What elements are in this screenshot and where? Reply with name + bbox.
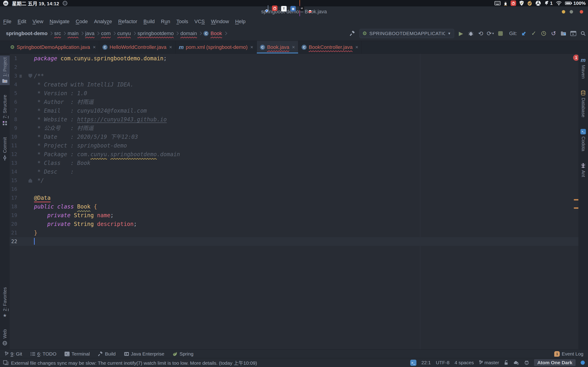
code-line[interactable]: 13 * Class : Book xyxy=(10,159,578,167)
sidebar-item-7-structure[interactable]: 7: Structure xyxy=(0,93,10,127)
code-line[interactable]: 9 * 公众号 : 村雨遥 xyxy=(10,124,578,133)
menu-item-analyze[interactable]: Analyze xyxy=(94,19,112,25)
coverage-button[interactable]: ⟳▼ xyxy=(488,31,493,36)
warning-stripe-mark[interactable] xyxy=(574,199,578,200)
toolwindow-button-6-todo[interactable]: 6: TODO xyxy=(30,351,56,357)
rollback-icon[interactable]: ↺ xyxy=(551,31,556,36)
close-icon[interactable]: × xyxy=(292,44,295,50)
system-clock[interactable]: 星期二 五月 19, 14:12 xyxy=(12,0,59,7)
sidebar-item-1-project[interactable]: 1: Project xyxy=(0,56,10,85)
error-count-badge[interactable]: 1 xyxy=(573,55,578,61)
run-configuration-select[interactable]: ⚙ SPRINGBOOTDEMOAPPLICATION ▼ xyxy=(359,29,454,38)
code-area[interactable]: 1package com.cunyu.springbootdemo.domain… xyxy=(10,54,578,246)
toolwindow-button-terminal[interactable]: >_Terminal xyxy=(65,351,90,357)
code-line[interactable]: 8 * Website : https://cunyu1943.github.i… xyxy=(10,115,578,124)
breadcrumb-item-com[interactable]: com xyxy=(101,31,111,36)
code-line[interactable]: 3≣/** xyxy=(10,72,578,80)
code-line[interactable]: 2 xyxy=(10,63,578,72)
input-method-icon[interactable] xyxy=(63,1,67,6)
code-line[interactable]: 17@Data xyxy=(10,194,578,202)
tray-item[interactable] xyxy=(504,1,507,6)
event-log-button[interactable]: 1 Event Log xyxy=(554,351,583,357)
menu-item-view[interactable]: View xyxy=(32,19,43,25)
sidebar-item-database[interactable]: Database xyxy=(578,88,588,119)
menu-item-refactor[interactable]: Refactor xyxy=(118,19,137,25)
code-line[interactable]: 15 */ xyxy=(10,176,578,185)
sidebar-item-maven[interactable]: mMaven xyxy=(578,56,588,81)
code-line[interactable]: 10 * Date : 2020/5/19 下午12:03 xyxy=(10,133,578,141)
unlock-icon[interactable] xyxy=(504,360,508,365)
taskbar-item[interactable]: IJ xyxy=(300,0,304,16)
code-line[interactable]: 11 * Project : springboot-demo xyxy=(10,141,578,150)
taskbar-item[interactable] xyxy=(272,6,277,11)
maximize-button[interactable] xyxy=(570,10,573,14)
indent-setting[interactable]: 4 spaces xyxy=(455,360,474,365)
close-icon[interactable]: × xyxy=(355,44,358,50)
toolwindow-button-spring[interactable]: Spring xyxy=(173,351,193,357)
taskbar-item[interactable]: T xyxy=(281,5,287,11)
menu-item-window[interactable]: Window xyxy=(211,19,229,25)
git-branch-widget[interactable]: master xyxy=(479,360,499,365)
sidebar-item-ant[interactable]: Ant xyxy=(578,161,588,179)
tray-item[interactable] xyxy=(510,0,516,6)
update-project-icon[interactable] xyxy=(521,31,527,36)
tray-item[interactable] xyxy=(565,1,572,5)
debug-button[interactable] xyxy=(468,31,474,36)
menu-item-tools[interactable]: Tools xyxy=(176,19,188,25)
sidebar-item-commit[interactable]: Commit xyxy=(0,135,10,162)
menu-item-code[interactable]: Code xyxy=(76,19,88,25)
code-line[interactable]: 21} xyxy=(10,228,578,237)
warning-stripe-mark[interactable] xyxy=(574,207,578,209)
file-encoding[interactable]: UTF-8 xyxy=(436,360,450,365)
tab-helloworldcontroller-java[interactable]: CHelloWorldController.java× xyxy=(99,41,176,53)
caret-position[interactable]: 22:1 xyxy=(422,360,431,365)
sidebar-item-codota[interactable]: >_Codota xyxy=(578,127,588,153)
menu-item-build[interactable]: Build xyxy=(144,19,155,25)
menu-item-run[interactable]: Run xyxy=(161,19,170,25)
commit-check-icon[interactable]: ✓ xyxy=(531,31,537,36)
menu-item-vcs[interactable]: VCS xyxy=(194,19,205,25)
code-line[interactable]: 7 * Email : cunyu1024@foxmail.com xyxy=(10,106,578,115)
run-button[interactable]: ▶ xyxy=(458,31,464,36)
code-line[interactable]: 4 * Created with IntelliJ IDEA. xyxy=(10,80,578,89)
close-icon[interactable]: × xyxy=(250,44,253,50)
code-line[interactable]: 14 * Desc : xyxy=(10,167,578,176)
breadcrumb-item-springboot-demo[interactable]: springboot-demo xyxy=(6,31,48,36)
editor[interactable]: 1package com.cunyu.springbootdemo.domain… xyxy=(10,54,578,349)
panel-run-icon[interactable] xyxy=(570,31,576,36)
breadcrumb-item-main[interactable]: main xyxy=(68,31,78,36)
close-button[interactable] xyxy=(580,10,583,14)
tab-bookcontroller-java[interactable]: CBookController.java× xyxy=(298,41,362,53)
profiler-button[interactable]: ⟲ xyxy=(478,31,484,36)
stop-button[interactable] xyxy=(498,31,503,36)
code-line[interactable]: 1package com.cunyu.springbootdemo.domain… xyxy=(10,54,578,63)
code-line[interactable]: 16 xyxy=(10,185,578,194)
search-icon[interactable] xyxy=(580,31,586,36)
tab-pom-xml-springboot-demo-[interactable]: mpom.xml (springboot-demo)× xyxy=(175,41,257,53)
fold-marker-icon[interactable] xyxy=(28,178,32,183)
taskbar-item[interactable]: ▦ xyxy=(290,5,296,11)
toolwindow-button-java-enterprise[interactable]: Java Enterprise xyxy=(124,351,164,357)
tab-springbootdemoapplication-java[interactable]: ⚙SpringbootDemoApplication.java× xyxy=(7,41,99,53)
status-message[interactable]: External file changes sync may be slow: … xyxy=(3,359,257,366)
notification-dot[interactable] xyxy=(581,361,585,365)
breadcrumb-item-book[interactable]: CBook xyxy=(204,31,222,36)
tray-item[interactable] xyxy=(544,1,549,6)
tray-item[interactable] xyxy=(536,0,541,6)
build-hammer-icon[interactable] xyxy=(350,31,355,36)
breadcrumb-item-src[interactable]: src xyxy=(54,31,61,36)
user-face-icon[interactable] xyxy=(524,360,529,365)
code-line[interactable]: 20 private String description; xyxy=(10,220,578,228)
breadcrumb-item-cunyu[interactable]: cunyu xyxy=(117,31,131,36)
mint-menu-icon[interactable]: m xyxy=(3,1,8,6)
close-icon[interactable]: × xyxy=(169,44,172,50)
code-line[interactable]: 22 xyxy=(10,237,578,246)
sidebar-item-web[interactable]: Web xyxy=(0,327,10,348)
tray-item[interactable] xyxy=(556,1,562,6)
background-task-icon[interactable]: >_ xyxy=(410,360,416,366)
tray-item[interactable] xyxy=(494,1,501,6)
tab-book-java[interactable]: CBook.java× xyxy=(257,41,298,53)
menu-item-help[interactable]: Help xyxy=(235,19,246,25)
toolwindow-button-build[interactable]: Build xyxy=(98,351,116,357)
close-icon[interactable]: × xyxy=(93,44,96,50)
